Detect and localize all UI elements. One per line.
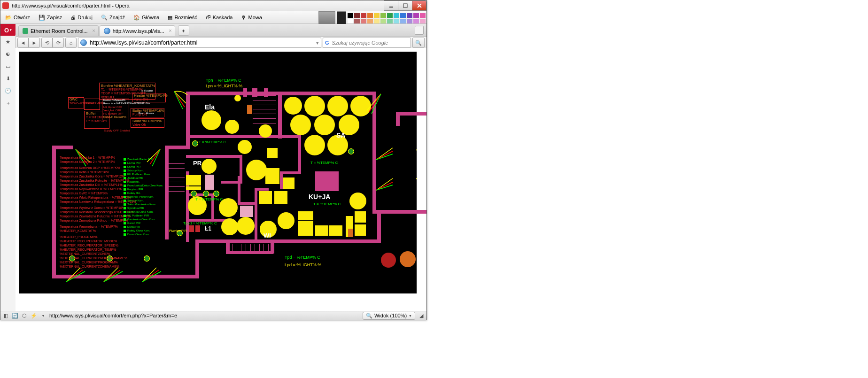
swatch[interactable] [354, 19, 360, 23]
light[interactable] [349, 193, 366, 209]
light-square[interactable] [194, 175, 201, 185]
swatch[interactable] [420, 19, 426, 23]
panel-recup[interactable]: Recup %Speed% Recu In = %TEMP12%=%TEMP16… [102, 99, 129, 120]
swatch[interactable] [407, 19, 412, 23]
light[interactable] [237, 217, 255, 235]
light-square[interactable] [186, 175, 194, 185]
light-square[interactable] [315, 225, 328, 236]
light[interactable] [284, 97, 302, 115]
unite-icon[interactable]: ⬡ [21, 312, 28, 319]
page-viewport[interactable]: Ela PR SA KU+JA WI Ł1 Tpn = %TEMP% C Lpn… [16, 48, 426, 311]
light[interactable] [202, 159, 217, 174]
zoom-box[interactable]: 🔍 Widok (100%) ▼ [363, 312, 415, 320]
url-input[interactable] [89, 39, 314, 46]
pir-sensor[interactable] [348, 148, 354, 154]
reload-button[interactable]: ⟳ [53, 38, 64, 48]
light[interactable] [221, 218, 238, 235]
swatch[interactable] [394, 19, 399, 23]
light-square[interactable] [194, 186, 201, 190]
large-swatch[interactable] [318, 11, 335, 26]
light-square[interactable] [329, 225, 342, 236]
light[interactable] [246, 160, 267, 180]
fireplace[interactable] [315, 171, 339, 191]
light-square[interactable] [298, 211, 313, 220]
tab-close-icon[interactable]: × [92, 28, 95, 33]
light-square[interactable] [259, 191, 272, 204]
bookmarks-icon[interactable]: ★ [4, 38, 12, 46]
light[interactable] [238, 140, 252, 154]
light-square[interactable] [355, 211, 366, 223]
light[interactable] [327, 96, 348, 116]
back-button[interactable]: ◄ [17, 38, 29, 48]
light[interactable] [202, 110, 221, 130]
swatch[interactable] [387, 13, 393, 18]
light-square[interactable] [355, 224, 366, 236]
pir-sensor[interactable] [144, 255, 150, 262]
cascade-button[interactable]: 🗗Kaskada [204, 14, 235, 21]
open-button[interactable]: 📂Otwórz [3, 14, 32, 22]
tab-close-icon[interactable]: × [169, 28, 171, 33]
pir-sensor[interactable] [203, 191, 209, 197]
light[interactable] [259, 124, 272, 138]
tab-ethernet[interactable]: Ethernet Room Control... × [18, 25, 99, 36]
swatch[interactable] [380, 13, 386, 18]
speech-button[interactable]: 🎙Mowa [239, 14, 264, 21]
history-icon[interactable]: 🕘 [4, 86, 12, 95]
widgets-icon[interactable]: ☯ [4, 50, 12, 58]
swatch[interactable] [380, 19, 386, 23]
light[interactable] [234, 95, 241, 101]
downloads-icon[interactable]: ⬇ [4, 74, 12, 83]
panel-toggle-icon[interactable]: ◧ [2, 312, 9, 319]
swatch[interactable] [413, 13, 419, 18]
light-square[interactable] [274, 191, 287, 204]
swatch[interactable] [367, 13, 373, 18]
search-field[interactable]: G [323, 38, 411, 48]
maximize-button[interactable] [398, 0, 412, 11]
swatch[interactable] [348, 19, 353, 23]
tab-isys[interactable]: http://www.isys.pl/vis... × [100, 25, 175, 36]
light-square[interactable] [267, 148, 278, 158]
pir-sensor[interactable] [192, 140, 198, 147]
close-button[interactable] [412, 0, 426, 11]
swatch[interactable] [387, 19, 393, 23]
sync-icon[interactable]: 🔄 [12, 312, 18, 319]
swatch[interactable] [354, 13, 360, 18]
turbo-icon[interactable]: ⚡ [31, 312, 37, 319]
light[interactable] [350, 96, 371, 116]
light[interactable] [314, 115, 335, 135]
swatch[interactable] [400, 13, 406, 18]
pir-sensor[interactable] [191, 191, 197, 197]
print-button[interactable]: 🖨Drukuj [69, 14, 94, 21]
light[interactable] [278, 212, 294, 229]
resize-grip-icon[interactable]: ◢ [418, 312, 425, 319]
minimize-button[interactable] [384, 0, 398, 11]
address-home-button[interactable]: ⌂ [65, 38, 77, 48]
light[interactable] [225, 120, 239, 134]
swatch[interactable] [400, 19, 406, 23]
dropdown-icon[interactable]: ▼ [40, 312, 46, 319]
light-square[interactable] [283, 177, 294, 189]
swatch[interactable] [394, 13, 399, 18]
light[interactable] [290, 115, 311, 135]
find-button[interactable]: 🔍Znajdź [99, 14, 127, 22]
swatch[interactable] [374, 19, 380, 23]
pir-sensor[interactable] [213, 191, 219, 197]
swatch[interactable] [374, 13, 380, 18]
dropdown-icon[interactable]: ▾ [316, 40, 319, 46]
swatch[interactable] [367, 19, 373, 23]
add-panel-icon[interactable]: ＋ [4, 99, 12, 107]
panel-toggle-button[interactable] [415, 26, 424, 35]
tile-button[interactable]: ▦Rozmieść [166, 14, 199, 22]
save-button[interactable]: 💾Zapisz [37, 14, 64, 22]
panel-solar[interactable]: Solar %TEMP9% Valve ON [131, 118, 164, 128]
swatch[interactable] [420, 13, 426, 18]
light-square[interactable] [186, 186, 194, 190]
light-square[interactable] [265, 168, 279, 184]
swatch-black[interactable] [337, 11, 346, 26]
panel-gwc[interactable]: GWC TGWC=%TEMP9% [68, 97, 84, 108]
search-input[interactable] [331, 39, 409, 46]
swatch[interactable] [348, 13, 353, 18]
url-field[interactable]: ▾ [78, 38, 321, 48]
swatch[interactable] [361, 19, 366, 23]
home-button[interactable]: 🏠Główna [132, 14, 161, 22]
